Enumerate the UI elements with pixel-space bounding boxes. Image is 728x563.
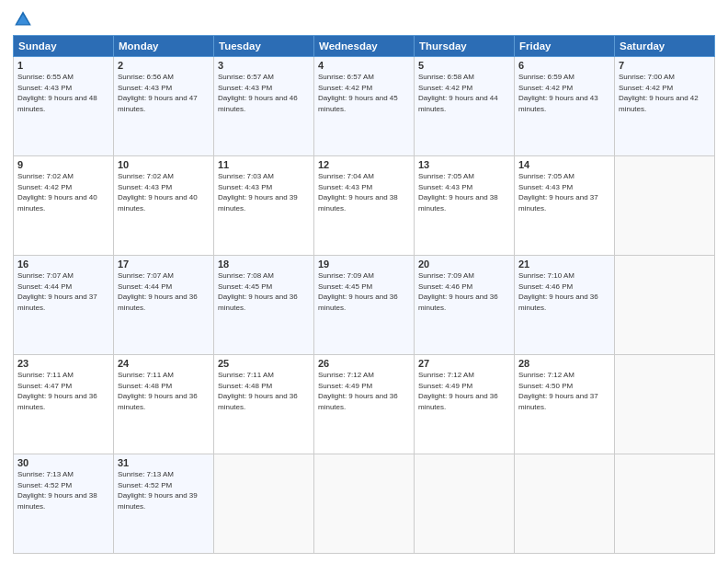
calendar-cell: 30Sunrise: 7:13 AMSunset: 4:52 PMDayligh… (14, 454, 114, 554)
calendar-cell (615, 454, 715, 554)
day-info: Sunrise: 6:59 AMSunset: 4:42 PMDaylight:… (518, 72, 610, 114)
calendar-cell: 4Sunrise: 6:57 AMSunset: 4:42 PMDaylight… (314, 57, 415, 156)
calendar-cell: 3Sunrise: 6:57 AMSunset: 4:43 PMDaylight… (214, 57, 314, 156)
day-info: Sunrise: 7:04 AMSunset: 4:43 PMDaylight:… (318, 171, 410, 213)
calendar-cell: 14Sunrise: 7:05 AMSunset: 4:43 PMDayligh… (515, 156, 615, 256)
calendar-cell: 23Sunrise: 7:11 AMSunset: 4:47 PMDayligh… (14, 355, 114, 454)
day-number: 31 (118, 457, 210, 468)
calendar-cell: 25Sunrise: 7:11 AMSunset: 4:48 PMDayligh… (214, 355, 314, 454)
calendar-cell (415, 454, 515, 554)
day-number: 23 (17, 358, 109, 369)
day-number: 7 (619, 60, 711, 71)
calendar-cell: 5Sunrise: 6:58 AMSunset: 4:42 PMDaylight… (415, 57, 515, 156)
calendar-col-tuesday: Tuesday (214, 36, 314, 57)
day-number: 14 (518, 159, 610, 170)
calendar-cell: 21Sunrise: 7:10 AMSunset: 4:46 PMDayligh… (515, 256, 615, 355)
day-info: Sunrise: 7:12 AMSunset: 4:50 PMDaylight:… (518, 370, 610, 412)
calendar-cell: 17Sunrise: 7:07 AMSunset: 4:44 PMDayligh… (114, 256, 214, 355)
calendar-cell: 7Sunrise: 7:00 AMSunset: 4:42 PMDaylight… (615, 57, 715, 156)
calendar-cell: 6Sunrise: 6:59 AMSunset: 4:42 PMDaylight… (515, 57, 615, 156)
calendar-cell: 1Sunrise: 6:55 AMSunset: 4:43 PMDaylight… (14, 57, 114, 156)
calendar-header-row: SundayMondayTuesdayWednesdayThursdayFrid… (14, 36, 715, 57)
logo (13, 9, 37, 29)
day-number: 21 (518, 259, 610, 270)
calendar-cell: 11Sunrise: 7:03 AMSunset: 4:43 PMDayligh… (214, 156, 314, 256)
day-number: 13 (418, 159, 510, 170)
calendar-week-4: 23Sunrise: 7:11 AMSunset: 4:47 PMDayligh… (14, 355, 715, 454)
day-number: 20 (418, 259, 510, 270)
calendar-cell: 18Sunrise: 7:08 AMSunset: 4:45 PMDayligh… (214, 256, 314, 355)
generalblue-logo-icon (13, 9, 33, 29)
calendar-cell: 19Sunrise: 7:09 AMSunset: 4:45 PMDayligh… (314, 256, 415, 355)
day-info: Sunrise: 7:11 AMSunset: 4:48 PMDaylight:… (118, 370, 210, 412)
day-info: Sunrise: 7:05 AMSunset: 4:43 PMDaylight:… (518, 171, 610, 213)
day-number: 17 (118, 259, 210, 270)
day-info: Sunrise: 6:58 AMSunset: 4:42 PMDaylight:… (418, 72, 510, 114)
calendar-cell (615, 355, 715, 454)
day-number: 25 (218, 358, 310, 369)
calendar-week-3: 16Sunrise: 7:07 AMSunset: 4:44 PMDayligh… (14, 256, 715, 355)
calendar-cell: 31Sunrise: 7:13 AMSunset: 4:52 PMDayligh… (114, 454, 214, 554)
day-info: Sunrise: 6:57 AMSunset: 4:42 PMDaylight:… (318, 72, 410, 114)
calendar-cell: 27Sunrise: 7:12 AMSunset: 4:49 PMDayligh… (415, 355, 515, 454)
day-number: 4 (318, 60, 410, 71)
day-info: Sunrise: 7:10 AMSunset: 4:46 PMDaylight:… (518, 270, 610, 313)
day-info: Sunrise: 7:11 AMSunset: 4:47 PMDaylight:… (17, 370, 109, 412)
calendar-col-monday: Monday (114, 36, 214, 57)
calendar-cell: 9Sunrise: 7:02 AMSunset: 4:42 PMDaylight… (14, 156, 114, 256)
day-info: Sunrise: 7:12 AMSunset: 4:49 PMDaylight:… (418, 370, 510, 412)
day-number: 2 (118, 60, 210, 71)
day-number: 27 (418, 358, 510, 369)
day-info: Sunrise: 7:07 AMSunset: 4:44 PMDaylight:… (17, 270, 109, 313)
day-number: 10 (118, 159, 210, 170)
day-info: Sunrise: 7:00 AMSunset: 4:42 PMDaylight:… (619, 72, 711, 114)
day-info: Sunrise: 7:02 AMSunset: 4:42 PMDaylight:… (17, 171, 109, 213)
calendar-table: SundayMondayTuesdayWednesdayThursdayFrid… (13, 35, 715, 554)
calendar-cell: 16Sunrise: 7:07 AMSunset: 4:44 PMDayligh… (14, 256, 114, 355)
day-info: Sunrise: 7:12 AMSunset: 4:49 PMDaylight:… (318, 370, 410, 412)
calendar-cell: 10Sunrise: 7:02 AMSunset: 4:43 PMDayligh… (114, 156, 214, 256)
page: SundayMondayTuesdayWednesdayThursdayFrid… (0, 0, 728, 563)
calendar-cell: 2Sunrise: 6:56 AMSunset: 4:43 PMDaylight… (114, 57, 214, 156)
day-number: 12 (318, 159, 410, 170)
day-number: 5 (418, 60, 510, 71)
calendar-cell: 24Sunrise: 7:11 AMSunset: 4:48 PMDayligh… (114, 355, 214, 454)
calendar-cell: 20Sunrise: 7:09 AMSunset: 4:46 PMDayligh… (415, 256, 515, 355)
day-number: 26 (318, 358, 410, 369)
day-number: 1 (17, 60, 109, 71)
day-info: Sunrise: 6:56 AMSunset: 4:43 PMDaylight:… (118, 72, 210, 114)
calendar-cell: 28Sunrise: 7:12 AMSunset: 4:50 PMDayligh… (515, 355, 615, 454)
day-info: Sunrise: 7:13 AMSunset: 4:52 PMDaylight:… (118, 469, 210, 511)
day-info: Sunrise: 7:05 AMSunset: 4:43 PMDaylight:… (418, 171, 510, 213)
day-number: 24 (118, 358, 210, 369)
calendar-cell: 12Sunrise: 7:04 AMSunset: 4:43 PMDayligh… (314, 156, 415, 256)
header (13, 9, 715, 29)
day-number: 3 (218, 60, 310, 71)
calendar-cell: 13Sunrise: 7:05 AMSunset: 4:43 PMDayligh… (415, 156, 515, 256)
calendar-col-wednesday: Wednesday (314, 36, 415, 57)
day-number: 18 (218, 259, 310, 270)
day-info: Sunrise: 7:03 AMSunset: 4:43 PMDaylight:… (218, 171, 310, 213)
calendar-cell (214, 454, 314, 554)
day-info: Sunrise: 7:08 AMSunset: 4:45 PMDaylight:… (218, 270, 310, 313)
calendar-col-thursday: Thursday (415, 36, 515, 57)
calendar-cell: 26Sunrise: 7:12 AMSunset: 4:49 PMDayligh… (314, 355, 415, 454)
calendar-cell (615, 256, 715, 355)
calendar-col-saturday: Saturday (615, 36, 715, 57)
day-info: Sunrise: 7:02 AMSunset: 4:43 PMDaylight:… (118, 171, 210, 213)
day-number: 9 (17, 159, 109, 170)
calendar-cell (515, 454, 615, 554)
day-number: 28 (518, 358, 610, 369)
day-number: 11 (218, 159, 310, 170)
calendar-col-friday: Friday (515, 36, 615, 57)
day-info: Sunrise: 7:13 AMSunset: 4:52 PMDaylight:… (17, 469, 109, 511)
day-info: Sunrise: 7:07 AMSunset: 4:44 PMDaylight:… (118, 270, 210, 313)
day-info: Sunrise: 7:11 AMSunset: 4:48 PMDaylight:… (218, 370, 310, 412)
calendar-week-2: 9Sunrise: 7:02 AMSunset: 4:42 PMDaylight… (14, 156, 715, 256)
calendar-cell (615, 156, 715, 256)
calendar-col-sunday: Sunday (14, 36, 114, 57)
day-info: Sunrise: 6:55 AMSunset: 4:43 PMDaylight:… (17, 72, 109, 114)
day-info: Sunrise: 7:09 AMSunset: 4:46 PMDaylight:… (418, 270, 510, 313)
day-number: 16 (17, 259, 109, 270)
calendar-cell (314, 454, 415, 554)
